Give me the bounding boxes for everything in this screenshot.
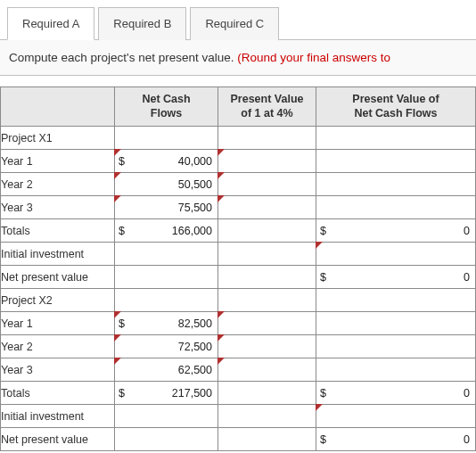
ncf-input[interactable]: 62,500 [115,358,218,382]
table-row: Year 2 50,500 [1,173,476,196]
row-label: Year 3 [1,196,115,219]
cell-empty[interactable] [115,127,218,150]
row-label-initial-investment: Initial investment [1,243,115,266]
npv-table: Net Cash Flows Present Value of 1 at 4% … [0,86,476,451]
header-row: Net Cash Flows Present Value of 1 at 4% … [1,87,476,127]
ncf-input[interactable]: 50,500 [115,173,218,196]
currency-symbol: $ [119,387,131,399]
cell-empty[interactable] [115,243,218,266]
tabs-bar: Required A Required B Required C [0,0,476,40]
cell-empty[interactable] [115,428,218,451]
currency-symbol: $ [119,225,131,237]
ncf-value: 217,500 [131,387,212,399]
ncf-value: 75,500 [131,202,212,214]
npv-value: 0 [332,271,470,284]
instruction-hint: (Round your final answers to [237,51,390,64]
npv-cell: $0 [316,428,476,451]
currency-symbol: $ [320,387,332,399]
row-label: Year 2 [1,173,115,196]
currency-symbol: $ [320,433,332,446]
pv-total: $0 [316,382,476,405]
ncf-input[interactable]: 75,500 [115,196,218,219]
cell-empty[interactable] [218,382,316,405]
row-label-project-x1: Project X1 [1,127,115,150]
header-pv-line1: Present Value of [352,93,439,105]
cell-empty[interactable] [218,219,316,243]
cell-empty[interactable] [218,405,316,428]
row-label-project-x2: Project X2 [1,289,115,312]
ncf-value: 62,500 [131,364,212,376]
pv-cell[interactable] [316,335,476,358]
pvf-input[interactable] [218,150,316,173]
tab-required-c[interactable]: Required C [190,7,279,40]
npv-value: 0 [332,433,470,446]
cell-empty[interactable] [218,266,316,289]
cell-empty[interactable] [218,243,316,266]
cell-empty[interactable] [218,289,316,312]
pv-cell[interactable] [316,196,476,219]
currency-symbol: $ [119,155,131,168]
pvf-input[interactable] [218,196,316,219]
tab-required-b[interactable]: Required B [98,7,186,40]
header-ncf-line1: Net Cash [142,93,190,105]
row-label-totals: Totals [1,219,115,243]
header-blank [1,87,115,127]
ncf-value: 40,000 [131,155,212,168]
currency-symbol: $ [320,225,332,237]
pv-value: 0 [332,387,470,399]
ncf-value: 50,500 [131,178,212,191]
pvf-input[interactable] [218,358,316,382]
pv-cell[interactable] [316,150,476,173]
row-label-totals: Totals [1,382,115,405]
pvf-input[interactable] [218,173,316,196]
pv-cell[interactable] [316,358,476,382]
ncf-total: $217,500 [115,382,218,405]
ncf-value: 82,500 [131,317,212,330]
table-row: Year 3 75,500 [1,196,476,219]
table-row: Totals $166,000 $0 [1,219,476,243]
cell-empty[interactable] [115,405,218,428]
ncf-input[interactable]: $82,500 [115,312,218,335]
header-pv-factor: Present Value of 1 at 4% [218,87,316,127]
tab-required-a[interactable]: Required A [7,7,94,40]
table-row: Year 1 $82,500 [1,312,476,335]
ncf-value: 166,000 [131,225,212,237]
instruction-bar: Compute each project's net present value… [0,39,476,76]
cell-empty[interactable] [115,289,218,312]
row-label: Year 3 [1,358,115,382]
ncf-total: $166,000 [115,219,218,243]
pv-cell[interactable] [316,173,476,196]
row-label-npv: Net present value [1,428,115,451]
ncf-input[interactable]: $40,000 [115,150,218,173]
pvf-input[interactable] [218,335,316,358]
currency-symbol: $ [119,317,131,330]
instruction-text: Compute each project's net present value… [9,51,237,64]
pv-input[interactable] [316,405,476,428]
table-row: Year 3 62,500 [1,358,476,382]
pv-total: $0 [316,219,476,243]
table-row: Initial investment [1,243,476,266]
cell-empty[interactable] [316,289,476,312]
row-label-initial-investment: Initial investment [1,405,115,428]
header-ncf-line2: Flows [151,107,182,119]
table-row: Project X1 [1,127,476,150]
pv-value: 0 [332,225,470,237]
table-row: Year 2 72,500 [1,335,476,358]
cell-empty[interactable] [316,127,476,150]
cell-empty[interactable] [218,127,316,150]
table-row: Net present value $0 [1,266,476,289]
header-pv-of-ncf: Present Value of Net Cash Flows [316,87,476,127]
npv-cell: $0 [316,266,476,289]
cell-empty[interactable] [115,266,218,289]
table-row: Project X2 [1,289,476,312]
cell-empty[interactable] [218,428,316,451]
pv-input[interactable] [316,243,476,266]
header-pv-line2: Net Cash Flows [354,107,437,119]
pv-cell[interactable] [316,312,476,335]
ncf-value: 72,500 [131,341,212,353]
pvf-input[interactable] [218,312,316,335]
table-row: Initial investment [1,405,476,428]
row-label: Year 1 [1,150,115,173]
ncf-input[interactable]: 72,500 [115,335,218,358]
row-label: Year 1 [1,312,115,335]
